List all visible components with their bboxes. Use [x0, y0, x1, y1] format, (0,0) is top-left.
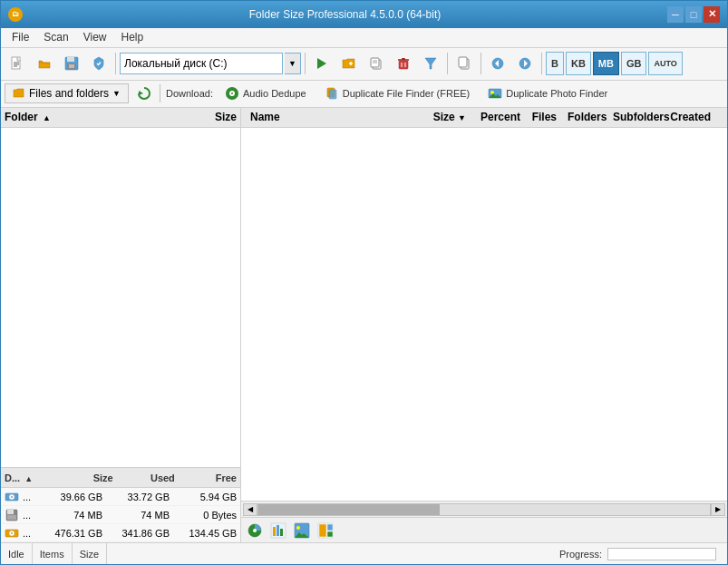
treemap-icon	[317, 522, 334, 539]
left-pane: Folder ▲ Size D... ▲ Size Used Free	[1, 108, 241, 542]
drive-row[interactable]: ... 74 MB 74 MB 0 Bytes	[1, 506, 240, 524]
open-icon	[37, 56, 52, 71]
drive-3-free: 134.45 GB	[173, 528, 237, 539]
delete-button[interactable]	[391, 51, 416, 76]
path-input[interactable]: Локальный диск (С:)	[120, 53, 283, 74]
menu-file[interactable]: File	[5, 29, 36, 45]
chart-treemap-button[interactable]	[315, 521, 335, 541]
folder-icon	[13, 87, 25, 100]
created-col-header: Created	[662, 111, 716, 123]
status-bar: Idle Items Size Progress:	[1, 542, 727, 564]
svg-rect-49	[277, 525, 279, 536]
path-dropdown-arrow[interactable]: ▼	[285, 53, 301, 74]
progress-area: Progress:	[559, 548, 720, 560]
svg-point-44	[11, 532, 13, 534]
drive-2-used: 74 MB	[106, 510, 170, 521]
menu-help[interactable]: Help	[114, 29, 151, 45]
svg-marker-20	[425, 58, 436, 69]
svg-rect-32	[329, 90, 336, 99]
drive-row[interactable]: ... 39.66 GB 33.72 GB 5.94 GB	[1, 488, 240, 506]
toolbar-separator-5	[541, 53, 542, 74]
drive-col-d: D... ▲	[5, 472, 52, 483]
duplicate-file-btn[interactable]: Duplicate File Finder (FREE)	[318, 83, 477, 103]
refresh-button[interactable]	[134, 83, 154, 103]
horizontal-scrollbar[interactable]: ◀ ▶	[241, 501, 727, 517]
right-pane: Name Size ▼ Percent Files Folders Subfol…	[241, 108, 727, 542]
chart-bar-button[interactable]	[268, 521, 288, 541]
shield-button[interactable]	[86, 51, 112, 76]
svg-rect-22	[459, 57, 467, 67]
svg-rect-7	[69, 64, 74, 68]
svg-point-38	[11, 496, 13, 498]
main-area: Folder ▲ Size D... ▲ Size Used Free	[1, 108, 727, 542]
file-list[interactable]	[241, 128, 727, 501]
size-auto-button[interactable]: AUTO	[648, 52, 682, 75]
svg-point-52	[296, 526, 300, 530]
scrollbar-track[interactable]	[257, 503, 711, 516]
toolbar-separator-2	[305, 53, 306, 74]
menu-scan[interactable]: Scan	[36, 29, 75, 45]
drive-1-dots: ...	[23, 492, 35, 502]
duplicate-photo-btn[interactable]: Duplicate Photo Finder	[481, 83, 614, 103]
chart-image-button[interactable]	[292, 521, 312, 541]
save-button[interactable]	[59, 51, 84, 76]
right-bottom-toolbar	[241, 517, 727, 542]
app-icon: 🗂	[8, 7, 23, 22]
folder-list[interactable]	[1, 128, 240, 467]
minimize-button[interactable]: ─	[667, 6, 684, 23]
size-status-label: Size	[80, 549, 99, 560]
audio-dedupe-btn[interactable]: Audio Dedupe	[218, 83, 313, 103]
folder-sort-icon: ▲	[43, 113, 51, 122]
drive-2-size: 74 MB	[39, 510, 102, 521]
toolbar-separator-3	[447, 53, 448, 74]
new-button[interactable]	[5, 51, 30, 76]
open-button[interactable]	[32, 51, 57, 76]
drive-col-used: Used	[121, 472, 175, 483]
items-label: Items	[40, 549, 64, 560]
forward-button[interactable]	[512, 51, 538, 76]
status-idle: Idle	[8, 543, 33, 564]
status-items: Items	[33, 543, 73, 564]
photo-icon	[488, 86, 502, 101]
audio-dedupe-label: Audio Dedupe	[243, 88, 306, 99]
maximize-button[interactable]: □	[685, 6, 702, 23]
duplicate-file-label: Duplicate File Finder (FREE)	[343, 88, 471, 99]
menu-view[interactable]: View	[76, 29, 114, 45]
new-folder-icon	[342, 56, 356, 71]
files-folders-label: Files and folders	[29, 87, 109, 100]
size-b-button[interactable]: B	[546, 52, 564, 75]
svg-marker-27	[139, 91, 143, 95]
drive-row[interactable]: ... 476.31 GB 341.86 GB 134.45 GB	[1, 524, 240, 542]
delete-icon	[396, 56, 411, 71]
size-col-header-right: Size ▼	[408, 111, 471, 123]
scan-play-button[interactable]	[309, 51, 335, 76]
scrollbar-thumb[interactable]	[258, 504, 440, 515]
toolbar-separator-4	[480, 53, 481, 74]
subfolders-col-header: Subfolders	[607, 111, 662, 123]
duplicate-photo-label: Duplicate Photo Finder	[506, 88, 607, 99]
duplicate-file-icon	[325, 86, 339, 101]
drive-section: D... ▲ Size Used Free ... 39.66 GB	[1, 467, 240, 542]
copy-button[interactable]	[451, 51, 477, 76]
scroll-right-button[interactable]: ▶	[711, 503, 725, 516]
files-folders-button[interactable]: Files and folders ▼	[5, 83, 129, 103]
size-gb-button[interactable]: GB	[621, 52, 647, 75]
copy-folder-button[interactable]	[364, 51, 389, 76]
back-button[interactable]	[485, 51, 510, 76]
close-button[interactable]: ✕	[704, 6, 720, 23]
forward-icon	[518, 56, 532, 71]
size-mb-button[interactable]: MB	[593, 52, 619, 75]
scroll-left-button[interactable]: ◀	[243, 503, 257, 516]
new-folder-button[interactable]	[336, 51, 362, 76]
chart-pie-button[interactable]	[245, 521, 265, 541]
filter-button[interactable]	[418, 51, 443, 76]
drive-1-free: 5.94 GB	[173, 492, 237, 502]
window-title: Folder Size Professional 4.5.0.0 (64-bit…	[23, 8, 667, 21]
size-kb-button[interactable]: KB	[566, 52, 591, 75]
status-text: Idle	[8, 549, 24, 560]
save-icon	[64, 56, 79, 71]
cd-drive-icon	[5, 490, 19, 504]
main-toolbar: Локальный диск (С:) ▼	[1, 48, 727, 81]
window-controls: ─ □ ✕	[667, 6, 720, 23]
svg-rect-17	[402, 58, 405, 60]
